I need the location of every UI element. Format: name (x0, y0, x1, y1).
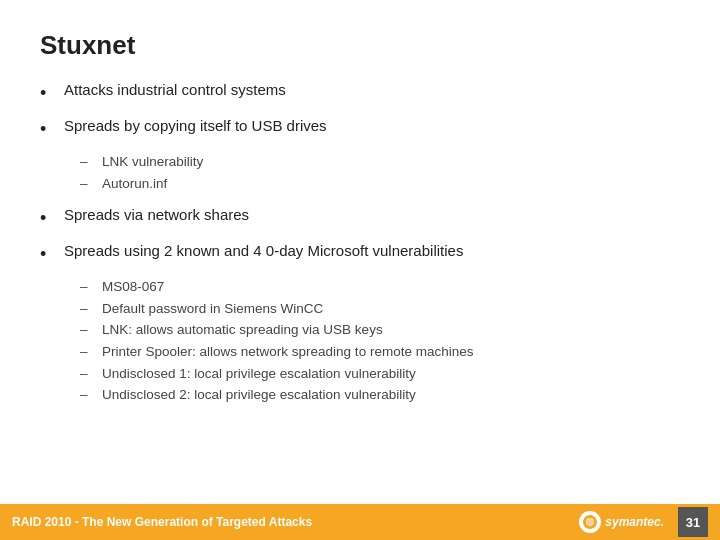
sub-text-4-5: Undisclosed 1: local privilege escalatio… (102, 363, 416, 385)
sub-item-4-5: – Undisclosed 1: local privilege escalat… (80, 363, 680, 385)
bullet-text-3: Spreads via network shares (64, 204, 249, 227)
footer: RAID 2010 - The New Generation of Target… (0, 504, 720, 540)
sub-text-4-2: Default password in Siemens WinCC (102, 298, 323, 320)
sub-dash: – (80, 276, 98, 298)
sub-item-4-1: – MS08-067 (80, 276, 680, 298)
sub-item-4-3: – LNK: allows automatic spreading via US… (80, 319, 680, 341)
bullet-text-2: Spreads by copying itself to USB drives (64, 115, 327, 138)
slide-title: Stuxnet (40, 30, 680, 61)
sub-item-4-6: – Undisclosed 2: local privilege escalat… (80, 384, 680, 406)
sub-item-4-4: – Printer Spooler: allows network spread… (80, 341, 680, 363)
symantec-logo: symantec. (579, 511, 664, 533)
sub-dash: – (80, 341, 98, 363)
symantec-icon (579, 511, 601, 533)
bullet-dot-1: • (40, 80, 58, 107)
bullet-dot-3: • (40, 205, 58, 232)
slide: Stuxnet • Attacks industrial control sys… (0, 0, 720, 540)
footer-text: RAID 2010 - The New Generation of Target… (12, 515, 579, 529)
sub-item-2-1: – LNK vulnerability (80, 151, 680, 173)
sub-item-4-2: – Default password in Siemens WinCC (80, 298, 680, 320)
sub-dash: – (80, 298, 98, 320)
sub-text-4-1: MS08-067 (102, 276, 164, 298)
sub-dash: – (80, 173, 98, 195)
bullet-item-2: • Spreads by copying itself to USB drive… (40, 115, 680, 143)
bullet-item-1: • Attacks industrial control systems (40, 79, 680, 107)
bullet-item-3: • Spreads via network shares (40, 204, 680, 232)
bullet-text-4: Spreads using 2 known and 4 0-day Micros… (64, 240, 463, 263)
bullet-text-1: Attacks industrial control systems (64, 79, 286, 102)
sub-items-4: – MS08-067 – Default password in Siemens… (80, 276, 680, 406)
bullet-dot-4: • (40, 241, 58, 268)
bullet-dot-2: • (40, 116, 58, 143)
sub-text-4-4: Printer Spooler: allows network spreadin… (102, 341, 473, 363)
sub-text-4-6: Undisclosed 2: local privilege escalatio… (102, 384, 416, 406)
sub-dash: – (80, 384, 98, 406)
page-number: 31 (678, 507, 708, 537)
bullet-item-4: • Spreads using 2 known and 4 0-day Micr… (40, 240, 680, 268)
footer-right: symantec. 31 (579, 507, 708, 537)
sub-text-2-1: LNK vulnerability (102, 151, 203, 173)
sub-dash: – (80, 363, 98, 385)
slide-content: • Attacks industrial control systems • S… (40, 79, 680, 490)
sub-text-4-3: LNK: allows automatic spreading via USB … (102, 319, 383, 341)
sub-item-2-2: – Autorun.inf (80, 173, 680, 195)
sub-text-2-2: Autorun.inf (102, 173, 167, 195)
sub-dash: – (80, 151, 98, 173)
sub-dash: – (80, 319, 98, 341)
sub-items-2: – LNK vulnerability – Autorun.inf (80, 151, 680, 194)
symantec-name: symantec. (605, 515, 664, 529)
